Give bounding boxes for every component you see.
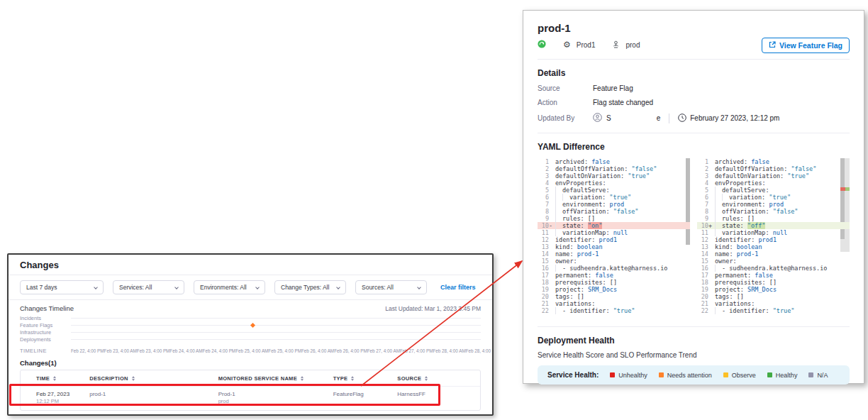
- axis-tick-label: Feb 23, 4:00 AM: [104, 348, 137, 353]
- axis-tick-label: Feb 26, 4:00 PM: [334, 348, 367, 353]
- filter-dropdown[interactable]: Services: All: [113, 280, 184, 294]
- sort-icon: [132, 376, 135, 381]
- service-name-label: Prod1: [577, 41, 596, 49]
- filter-dropdown[interactable]: Sources: All: [355, 280, 427, 294]
- timeline-row-line: [71, 332, 481, 333]
- indent-guide: [715, 229, 722, 236]
- updated-by-label: Updated By: [538, 114, 593, 122]
- changes-timeline: Changes Timeline Last Updated: Mar 1, 20…: [9, 300, 492, 355]
- legend-color-swatch: [808, 372, 813, 377]
- indent-guide: [715, 187, 722, 194]
- clock-icon: [678, 114, 686, 123]
- yaml-line: 13kind: boolean: [538, 243, 690, 250]
- yaml-line: 11variationMap: null: [697, 229, 850, 236]
- line-number: 16: [697, 265, 708, 272]
- line-number: 19: [697, 286, 708, 293]
- column-header-type[interactable]: TYPE: [333, 375, 398, 382]
- diff-minimap[interactable]: [840, 158, 850, 252]
- filter-dropdown[interactable]: Last 7 days: [20, 280, 104, 294]
- yaml-line: 17permanent: false: [538, 272, 690, 279]
- updated-at-text: February 27 2023, 12:12 pm: [690, 114, 779, 122]
- yaml-line: 21variations:: [697, 300, 850, 307]
- scrollbar[interactable]: [686, 158, 690, 245]
- line-number: 14: [538, 250, 549, 258]
- yaml-line: 11variationMap: null: [538, 229, 690, 236]
- indent-guide: [555, 215, 562, 222]
- column-header-source[interactable]: SOURCE: [397, 375, 480, 382]
- filter-dropdown[interactable]: Environments: All: [194, 280, 265, 294]
- indent-guide: [555, 201, 562, 208]
- chevron-down-icon: [336, 285, 340, 289]
- change-event-marker[interactable]: [250, 322, 255, 327]
- timeline-axis-label: TIMELINE: [20, 348, 71, 354]
- legend-item: Observe: [723, 372, 756, 379]
- timeline-row-label: Deployments: [20, 336, 71, 343]
- yaml-line: 7environment: prod: [538, 201, 690, 208]
- line-number: 2: [697, 165, 708, 172]
- axis-tick-label: Feb 27, 4:00 AM: [367, 348, 400, 353]
- indent-guide: [555, 229, 562, 236]
- view-feature-flag-button[interactable]: View Feature Flag: [762, 38, 850, 53]
- source-value: Feature Flag: [593, 84, 633, 92]
- yaml-line: 15owner:: [697, 258, 850, 265]
- line-number: 6: [697, 194, 708, 201]
- yaml-line: 16- sudheendra.katte@harness.io: [697, 265, 850, 272]
- line-number: 11: [538, 229, 549, 236]
- updated-by-name-start: S: [606, 114, 611, 122]
- changes-count: Changes(1): [9, 355, 492, 369]
- yaml-line: 8offVariation: "false": [538, 208, 690, 215]
- service-health-legend: Service Health: UnhealthyNeeds attention…: [538, 365, 850, 385]
- filter-dropdown-label: Last 7 days: [26, 284, 57, 291]
- yaml-line: 5defaultServe:: [538, 187, 690, 194]
- yaml-line: 10-state: "on": [538, 222, 690, 229]
- legend-item: Unhealthy: [610, 372, 647, 379]
- yaml-line: 17permanent: false: [697, 272, 850, 279]
- line-number: 22: [697, 307, 708, 314]
- line-number: 20: [538, 293, 549, 300]
- yaml-line: 20tags: []: [697, 293, 850, 300]
- service-health-icon: [538, 40, 546, 50]
- indent-guide: [715, 222, 722, 229]
- yaml-diff-left-pane[interactable]: 1archived: false2defaultOffVariation: "f…: [538, 158, 690, 317]
- line-number: 12: [538, 236, 549, 243]
- line-number: 5: [697, 187, 708, 194]
- yaml-line: 4envProperties:: [538, 179, 690, 187]
- sort-icon: [351, 376, 354, 381]
- indent-guide: [715, 201, 722, 208]
- timeline-row-line: [71, 325, 481, 326]
- yaml-line: 3defaultOnVariation: "true": [697, 172, 850, 179]
- axis-tick-label: Feb 28, 4:00 PM: [466, 348, 494, 353]
- yaml-diff-right-pane[interactable]: 1archived: false2defaultOffVariation: "f…: [697, 158, 850, 317]
- timeline-row-line: [71, 318, 481, 319]
- external-link-icon: [769, 41, 776, 50]
- source-label: Source: [538, 84, 593, 92]
- yaml-line: 21variations:: [538, 300, 690, 307]
- updated-by-name-end: e: [657, 114, 661, 122]
- annotation-highlight-box: [9, 384, 440, 406]
- timeline-axis-ticks: Feb 22, 4:00 PMFeb 23, 4:00 AMFeb 23, 4:…: [71, 348, 494, 353]
- column-header-monitored-service-name[interactable]: MONITORED SERVICE NAME: [218, 375, 333, 382]
- divider: [538, 59, 850, 60]
- line-number: 2: [538, 165, 549, 172]
- chevron-down-icon: [94, 285, 98, 289]
- legend-item: Healthy: [767, 372, 798, 379]
- line-number: 8: [538, 208, 549, 215]
- line-number: 12: [697, 236, 708, 243]
- line-number: 20: [697, 293, 708, 300]
- column-header-description[interactable]: DESCRIPTION: [89, 375, 218, 382]
- minimap-removed-mark: [840, 187, 845, 191]
- timeline-row: Infrastructure: [20, 328, 481, 336]
- timeline-title: Changes Timeline: [20, 304, 74, 312]
- yaml-line: 14name: prod-1: [538, 250, 690, 258]
- axis-tick-label: Feb 23, 4:00 PM: [137, 348, 170, 353]
- line-number: 22: [538, 307, 549, 314]
- sort-icon: [53, 376, 56, 381]
- service-health-legend-title: Service Health:: [547, 371, 599, 379]
- column-header-label: TYPE: [333, 375, 348, 382]
- filter-dropdown[interactable]: Change Types: All: [274, 280, 346, 294]
- clear-filters-link[interactable]: Clear filters: [440, 284, 476, 291]
- timeline-row-line: [71, 339, 481, 340]
- column-header-time[interactable]: TIME: [21, 375, 89, 382]
- line-number: 13: [538, 243, 549, 250]
- legend-color-swatch: [767, 372, 772, 377]
